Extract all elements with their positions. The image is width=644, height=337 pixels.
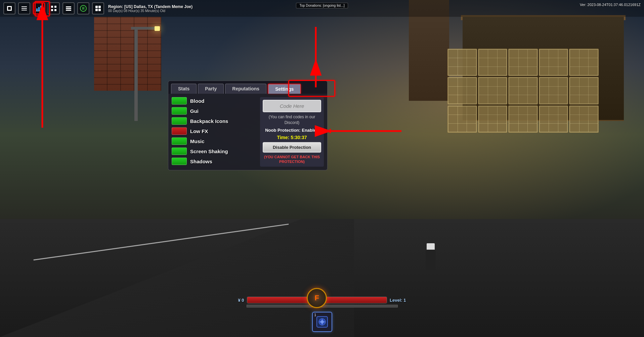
store-item [447,77,477,104]
pixel [549,95,558,103]
store-item [447,106,477,133]
pixel [479,50,488,58]
toggle-label-music: Music [190,138,205,144]
pixel [479,124,488,132]
list-icon-btn[interactable] [62,2,75,14]
toggle-row-lowfx: Low FX [172,127,257,135]
xp-label-right: Level: 1 [390,298,406,303]
xp-bar-wrapper: F [247,297,387,303]
pixel [509,50,518,58]
pixel [509,87,518,95]
pixel [458,67,467,75]
toggle-backpack[interactable] [172,117,187,125]
pixel [458,58,467,66]
svg-rect-12 [54,9,56,11]
store-item [508,49,538,76]
emblem-letter: F [315,294,319,302]
svg-rect-2 [22,6,27,7]
pixel [467,58,476,66]
toggle-label-shadows: Shadows [190,159,212,164]
pixel [570,124,579,132]
server-uptime: 00 Day(s) 08 Hour(s) 35 Minute(s) Old [108,9,192,13]
toggle-blood[interactable] [172,97,187,104]
pixel [528,115,537,123]
pixel [558,50,567,58]
pixel [528,50,537,58]
pixel [467,67,476,75]
pixel [589,67,598,75]
pixel [558,107,567,115]
pixel [479,115,488,123]
pixel [570,58,579,66]
pixel [448,107,458,115]
pixel [467,107,476,115]
tab-party[interactable]: Party [198,84,224,94]
xp-label-left: ¥ 0 [238,298,244,303]
donation-text: Top Donations: [ongoing list...] [300,4,345,7]
pixel [488,87,497,95]
pixel [467,95,476,103]
pixel [558,95,567,103]
toggle-label-lowfx: Low FX [190,128,208,134]
pixel [579,87,589,95]
tab-reputations[interactable]: Reputations [225,84,266,94]
pixel [479,107,488,115]
toggle-label-backpack: Backpack Icons [190,118,228,124]
game-icon-btn[interactable]: R [77,2,89,14]
pixel [528,78,537,86]
pixel [448,95,458,103]
toggle-shadows[interactable] [172,158,187,165]
pixel [558,87,567,95]
pixel [467,87,476,95]
pixel [488,124,497,132]
extra-icon [95,5,101,12]
xp-bar-container: ¥ 0 F Level: 1 [238,297,406,303]
store-item [539,49,568,76]
roblox-icon-btn[interactable] [3,2,15,14]
pixel [579,58,589,66]
pixel [589,78,598,86]
store-item [569,106,599,133]
store-item [539,77,568,104]
toggle-gui[interactable] [172,107,187,115]
pixel [519,87,528,95]
pixel [448,58,458,66]
pixel [498,50,507,58]
hotbar-slot-1[interactable]: 1 [312,312,332,332]
code-hint: (You can find codes in our Discord) [263,114,321,126]
pixel [448,67,458,75]
pixel [589,115,598,123]
svg-rect-3 [22,8,27,9]
grid-icon [50,5,57,12]
tab-stats[interactable]: Stats [171,84,197,94]
pixel [467,115,476,123]
pixel [519,107,528,115]
code-input[interactable] [263,100,321,112]
pixel [458,124,467,132]
pixel [579,78,589,86]
svg-rect-11 [51,9,53,11]
pixel [570,67,579,75]
pixel [488,115,497,123]
protection-warning: (YOU CANNOT GET BACK THIS PROTECTION) [263,155,321,164]
store-item [569,49,599,76]
pixel [479,87,488,95]
pixel [448,50,458,58]
toggles-column: Blood Gui Backpack Icons Low FX Music Sc… [172,97,257,167]
pixel [458,50,467,58]
disable-protection-button[interactable]: Disable Protection [263,142,321,153]
pixel [589,124,598,132]
menu-icon-btn[interactable] [18,2,30,14]
pixel [528,87,537,95]
pixel [519,115,528,123]
toggle-music[interactable] [172,137,187,145]
toggle-lowfx[interactable] [172,127,187,135]
toggle-row-shadows: Shadows [172,158,257,165]
toggle-screenshaking[interactable] [172,148,187,155]
pixel [570,107,579,115]
svg-rect-21 [98,9,101,11]
server-info: Region: [US] Dallas, TX (Tandem Meme Joe… [108,4,192,13]
svg-rect-20 [95,9,98,11]
extra-icon-btn[interactable] [92,2,104,14]
pixel [458,107,467,115]
